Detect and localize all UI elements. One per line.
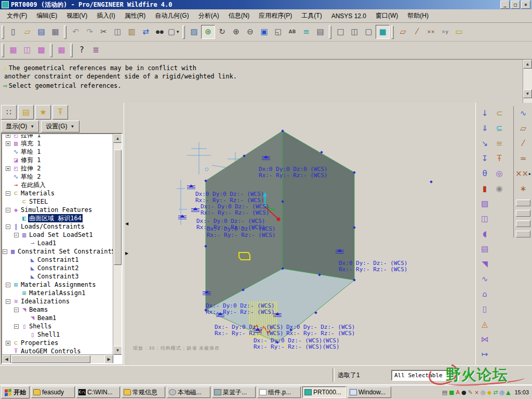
keyboard-icon[interactable]: ▤: [442, 390, 447, 395]
taskbar-app-proe[interactable]: PRT000...: [302, 387, 346, 398]
point-display-button[interactable]: ××: [424, 25, 438, 39]
graphics-viewport[interactable]: Dx:0 Dy:0 Dz:0 (WCS)Rx:- Ry:- Rz:- (WCS)…: [129, 103, 475, 365]
settings-menu-button[interactable]: 设置(G) ▼: [41, 121, 79, 132]
expand-toggle[interactable]: +: [6, 141, 10, 146]
mesh-create-button[interactable]: ▦: [55, 43, 69, 57]
tree-item[interactable]: ∿草绘 1: [3, 148, 113, 156]
tree-vertical-scrollbar[interactable]: ▲ ▼: [113, 134, 122, 355]
tree-item[interactable]: ∿草绘 2: [3, 172, 113, 181]
rigid-link-button[interactable]: ⋈: [477, 332, 492, 347]
start-button[interactable]: 开始: [1, 386, 30, 398]
refit-button[interactable]: ▣: [257, 25, 271, 39]
beam-button[interactable]: ◥: [477, 257, 492, 271]
tree-item[interactable]: −∥Loads/Constraints: [3, 222, 113, 231]
bearing-load-button[interactable]: ↘: [477, 136, 492, 151]
expand-toggle[interactable]: −: [14, 233, 19, 237]
tree-item[interactable]: ⇀Load1: [3, 239, 113, 247]
tree-item[interactable]: +▨填充 1: [3, 139, 113, 148]
material-assign-button[interactable]: ⊆: [492, 121, 507, 136]
restore-button[interactable]: □: [511, 1, 520, 9]
phone-blocked-icon[interactable]: ×: [474, 390, 479, 395]
expand-toggle[interactable]: −: [14, 308, 19, 312]
tree-item[interactable]: +⊂Properties: [3, 339, 113, 347]
taskbar-app-folder[interactable]: feasudy: [31, 387, 75, 398]
planar-constraint-button[interactable]: ◫: [477, 211, 492, 226]
plane-display-button[interactable]: ▱: [396, 25, 410, 39]
taskbar-app-console[interactable]: C:\C:\WIN...: [76, 387, 120, 398]
pressure-load-button[interactable]: ⇓: [477, 121, 492, 136]
print-button[interactable]: ▦: [48, 25, 62, 39]
menu-item-1[interactable]: 编辑(E): [32, 10, 62, 22]
menu-item-9[interactable]: 工具(T): [297, 10, 326, 22]
expand-toggle[interactable]: −: [6, 283, 10, 287]
tree-item[interactable]: −◥Beams: [3, 305, 113, 314]
taskbar-app-disk[interactable]: 本地磁...: [167, 387, 210, 398]
menu-item-2[interactable]: 视图(V): [62, 10, 92, 22]
hole-button[interactable]: ◎: [492, 166, 507, 181]
tree-item[interactable]: +◰拉伸 2: [3, 164, 113, 172]
zoom-out-button[interactable]: ⊖: [243, 25, 257, 39]
tree-item[interactable]: ◣Constraint3: [3, 272, 113, 281]
scroll-right-icon[interactable]: ▶: [104, 355, 113, 364]
measure-button[interactable]: ≡: [492, 136, 507, 151]
menu-item-8[interactable]: 应用程序(P): [254, 10, 297, 22]
force-load-button[interactable]: ↓: [477, 106, 492, 121]
menu-item-4[interactable]: 属性(R): [120, 10, 151, 22]
reorient-button[interactable]: ◱: [271, 25, 285, 39]
sync-icon[interactable]: ⇄: [493, 390, 498, 395]
expand-toggle[interactable]: −: [6, 224, 10, 229]
tree-item[interactable]: −◈Simulation Features: [3, 206, 113, 214]
scroll-up-icon[interactable]: ▲: [113, 134, 122, 143]
centrifugal-load-button[interactable]: θ: [477, 166, 492, 181]
weighted-link-button[interactable]: ↦: [477, 347, 492, 362]
save-file-button[interactable]: ▤: [34, 25, 48, 39]
symmetry-constraint-button[interactable]: ◖: [477, 227, 492, 241]
message-scrollbar[interactable]: ▲ ▼: [523, 60, 532, 103]
tree-item[interactable]: ◧曲面区域 标识164: [3, 214, 113, 222]
datum-axis-button[interactable]: ⁄: [516, 136, 530, 151]
selection-filter-combo[interactable]: All Selectable ▼: [391, 370, 459, 381]
weld-button[interactable]: ◬: [477, 317, 492, 331]
tree-item[interactable]: ◣Constraint2: [3, 264, 113, 272]
open-file-button[interactable]: ▱: [20, 25, 34, 39]
hidden-line-button[interactable]: ◫: [348, 25, 362, 39]
datum-plane-button[interactable]: ▱: [516, 121, 530, 136]
spin-center-button[interactable]: ⊛: [201, 25, 215, 39]
expand-toggle[interactable]: +: [6, 166, 10, 171]
view-manager-button[interactable]: ▤: [313, 25, 327, 39]
message-log-button[interactable]: ≣: [89, 43, 103, 57]
expand-toggle[interactable]: −: [6, 208, 10, 212]
tree-item[interactable]: −▥Load Set LoadSet1: [3, 231, 113, 239]
zoom-in-button[interactable]: ⊕: [229, 25, 243, 39]
expand-toggle[interactable]: +: [6, 341, 10, 345]
layers-button[interactable]: ≡: [299, 25, 313, 39]
taskbar-app-folder[interactable]: 常规信息: [122, 387, 165, 398]
scroll-down-icon[interactable]: ▼: [523, 89, 532, 98]
menu-item-10[interactable]: ANSYS 12.0: [327, 11, 371, 21]
menu-item-7[interactable]: 信息(N): [224, 10, 255, 22]
menu-item-0[interactable]: 文件(F): [2, 10, 32, 22]
tree-item[interactable]: ◣Constraint1: [3, 256, 113, 264]
scrollbar-thumb[interactable]: [11, 355, 90, 363]
taskbar-app-basket[interactable]: 菜篮子...: [212, 387, 256, 398]
connections-tab[interactable]: Ŧ: [52, 105, 68, 119]
minimize-button[interactable]: _: [500, 1, 510, 9]
chevron-down-icon[interactable]: ▼: [448, 370, 458, 380]
csys-display-button[interactable]: ×y: [438, 25, 452, 39]
constraint-set-button[interactable]: ▤: [477, 242, 492, 256]
axis-display-button[interactable]: ⁄: [410, 25, 424, 39]
mesh-wizard-button[interactable]: ▩: [34, 43, 48, 57]
taskbar-app-computer[interactable]: Window...: [348, 387, 391, 398]
expand-toggle[interactable]: −: [3, 249, 7, 254]
scroll-left-icon[interactable]: ◀: [2, 355, 11, 364]
datum-point-button[interactable]: ××▸: [516, 166, 530, 181]
tree-item[interactable]: ⊂STEEL: [3, 197, 113, 206]
tree-item[interactable]: −⊂Materials: [3, 189, 113, 197]
tree-item[interactable]: +◰拉伸 1: [3, 135, 113, 139]
round-button[interactable]: ◉: [492, 181, 507, 196]
find-button[interactable]: ●●: [153, 25, 167, 39]
no-hidden-button[interactable]: ▢: [362, 25, 376, 39]
model-tree-tab[interactable]: ∷: [1, 105, 17, 119]
expand-toggle[interactable]: −: [6, 299, 10, 304]
tree-item[interactable]: −⊞Material Assignments: [3, 281, 113, 289]
